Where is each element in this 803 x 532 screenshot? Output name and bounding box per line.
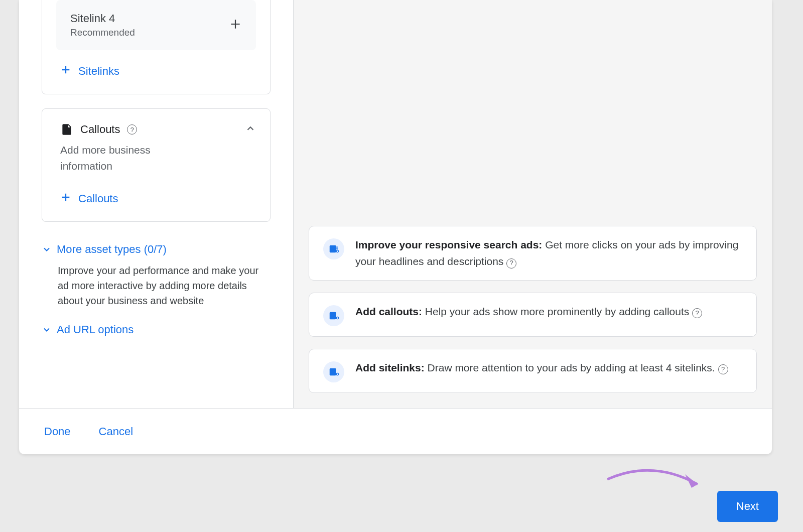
footer-bar: Done Cancel	[19, 408, 772, 454]
more-asset-types-toggle[interactable]: More asset types (0/7)	[42, 236, 271, 261]
ad-url-options-toggle[interactable]: Ad URL options	[42, 316, 271, 341]
next-button[interactable]: Next	[717, 491, 778, 522]
more-asset-types-desc: Improve your ad performance and make you…	[42, 261, 271, 316]
chevron-down-icon	[42, 325, 52, 335]
suggestion-icon	[323, 361, 344, 382]
help-icon[interactable]: ?	[718, 364, 728, 374]
suggestion-text: Add callouts: Help your ads show more pr…	[355, 303, 702, 320]
help-icon[interactable]: ?	[127, 124, 137, 135]
callouts-title: Callouts	[80, 123, 120, 136]
right-panel: Improve your responsive search ads: Get …	[294, 0, 772, 408]
add-sitelinks-label: Sitelinks	[78, 65, 119, 78]
ad-url-options-label: Ad URL options	[57, 323, 133, 336]
suggestion-text: Improve your responsive search ads: Get …	[355, 236, 742, 270]
callouts-header[interactable]: Callouts ? Add more business information	[42, 109, 270, 178]
add-callouts-button[interactable]: Callouts	[42, 178, 270, 221]
add-callouts-label: Callouts	[78, 192, 118, 205]
chevron-up-icon[interactable]	[245, 123, 256, 137]
arrow-annotation	[602, 462, 713, 502]
chevron-down-icon	[42, 244, 52, 254]
suggestion-icon	[323, 305, 344, 326]
help-icon[interactable]: ?	[506, 258, 516, 269]
suggestion-text: Add sitelinks: Draw more attention to yo…	[355, 359, 728, 376]
content-row: Sitelink 4 Recommended Sitelinks	[19, 0, 772, 408]
help-icon[interactable]: ?	[692, 308, 702, 318]
suggestion-icon	[323, 238, 344, 259]
callouts-desc: Add more business information	[60, 142, 186, 174]
cancel-button[interactable]: Cancel	[99, 425, 133, 438]
svg-rect-2	[330, 312, 336, 320]
plus-icon	[60, 63, 71, 79]
plus-icon	[60, 191, 71, 206]
sitelink-4-title: Sitelink 4	[70, 12, 135, 25]
suggestion-add-sitelinks[interactable]: Add sitelinks: Draw more attention to yo…	[309, 349, 757, 393]
suggestion-add-callouts[interactable]: Add callouts: Help your ads show more pr…	[309, 293, 757, 337]
svg-rect-0	[330, 245, 336, 252]
document-icon	[60, 123, 73, 136]
more-asset-types-label: More asset types (0/7)	[57, 243, 167, 256]
main-card: Sitelink 4 Recommended Sitelinks	[19, 0, 772, 454]
sitelink-4-subtitle: Recommended	[70, 27, 135, 38]
sitelink-4-item[interactable]: Sitelink 4 Recommended	[56, 0, 256, 50]
sitelinks-card: Sitelink 4 Recommended Sitelinks	[42, 0, 271, 94]
callouts-card: Callouts ? Add more business information…	[42, 108, 271, 222]
add-sitelinks-button[interactable]: Sitelinks	[42, 50, 270, 94]
sitelink-4-text: Sitelink 4 Recommended	[70, 12, 135, 38]
done-button[interactable]: Done	[44, 425, 71, 438]
suggestion-improve-ads[interactable]: Improve your responsive search ads: Get …	[309, 226, 757, 281]
plus-icon[interactable]	[229, 16, 242, 35]
left-panel: Sitelink 4 Recommended Sitelinks	[19, 0, 294, 408]
svg-rect-4	[330, 368, 336, 376]
